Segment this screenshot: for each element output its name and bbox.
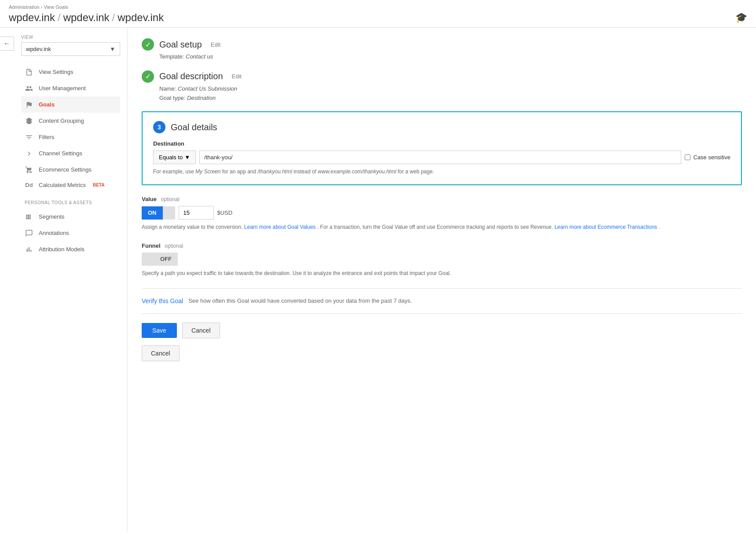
goal-setup-meta: Template: Contact us xyxy=(142,52,742,62)
destination-row: Equals to ▼ Case sensitive xyxy=(153,150,730,164)
main-content: ✓ Goal setup Edit Template: Contact us ✓… xyxy=(128,28,756,532)
chevron-down-icon: ▼ xyxy=(110,46,115,52)
funnel-toggle[interactable]: OFF xyxy=(142,253,178,266)
sidebar-item-segments[interactable]: Segments xyxy=(21,209,120,225)
layers-icon xyxy=(25,117,33,125)
site-title: wpdev.ink / wpdev.ink / wpdev.ink 🎓 xyxy=(9,11,747,24)
goal-setup-title: Goal setup xyxy=(159,40,202,50)
sidebar-item-view-settings[interactable]: View Settings xyxy=(21,64,120,80)
personal-section-header: PERSONAL TOOLS & ASSETS xyxy=(25,200,117,205)
divider xyxy=(142,288,742,289)
cancel-bottom-button[interactable]: Cancel xyxy=(142,345,180,361)
sidebar-item-user-management[interactable]: User Management xyxy=(21,80,120,96)
goal-description-edit[interactable]: Edit xyxy=(232,73,242,80)
goal-setup-edit[interactable]: Edit xyxy=(211,41,220,48)
goal-setup-section: ✓ Goal setup Edit Template: Contact us xyxy=(142,38,742,62)
goal-description-title: Goal description xyxy=(159,71,223,81)
goal-values-link[interactable]: Learn more about Goal Values xyxy=(244,224,316,230)
funnel-label: Funnel optional xyxy=(142,242,742,249)
value-toggle[interactable]: ON xyxy=(142,206,175,220)
view-label: VIEW xyxy=(21,35,120,40)
sidebar-back-button[interactable]: ← xyxy=(0,37,14,51)
view-dropdown[interactable]: wpdev.ink ▼ xyxy=(21,42,120,56)
value-section: Value optional ON $USD Assign a monetary… xyxy=(142,196,742,231)
bar-chart-icon xyxy=(25,245,33,253)
step2-check: ✓ xyxy=(142,70,154,83)
case-sensitive-row: Case sensitive xyxy=(685,154,730,161)
goal-description-section: ✓ Goal description Edit Name: Contact Us… xyxy=(142,70,742,103)
channel-icon xyxy=(25,149,33,158)
verify-goal-link[interactable]: Verify this Goal xyxy=(142,297,183,304)
verify-row: Verify this Goal See how often this Goal… xyxy=(142,297,742,304)
top-bar: Administration › View Goals wpdev.ink / … xyxy=(0,0,756,28)
funnel-toggle-row: OFF xyxy=(142,253,742,266)
segments-icon xyxy=(25,213,33,221)
annotations-icon xyxy=(25,229,33,237)
sidebar-item-filters[interactable]: Filters xyxy=(21,129,120,145)
sidebar-item-annotations[interactable]: Annotations xyxy=(21,225,120,241)
cancel-button[interactable]: Cancel xyxy=(182,323,220,338)
destination-hint: For example, use My Screen for an app an… xyxy=(153,168,730,176)
destination-input[interactable] xyxy=(199,150,681,164)
case-sensitive-checkbox[interactable] xyxy=(685,154,690,160)
goal-details-title: Goal details xyxy=(171,122,217,132)
case-sensitive-label: Case sensitive xyxy=(693,154,730,161)
sidebar: ← VIEW wpdev.ink ▼ View Settings User Ma… xyxy=(0,28,128,532)
currency-label: $USD xyxy=(217,209,233,216)
goal-description-meta: Name: Contact Us Submission Goal type: D… xyxy=(142,84,742,103)
action-row: Save Cancel xyxy=(142,323,742,338)
verify-description: See how often this Goal would have conve… xyxy=(188,297,412,304)
value-input[interactable] xyxy=(179,206,214,220)
destination-label: Destination xyxy=(153,140,730,147)
funnel-hint: Specify a path you expect traffic to tak… xyxy=(142,269,742,278)
value-toggle-off-part[interactable] xyxy=(163,206,175,220)
funnel-toggle-off-left[interactable] xyxy=(142,253,154,266)
breadcrumb: Administration › View Goals xyxy=(9,4,747,10)
funnel-toggle-off[interactable]: OFF xyxy=(154,253,178,266)
graduation-icon: 🎓 xyxy=(735,12,747,23)
step1-check: ✓ xyxy=(142,38,154,51)
users-icon xyxy=(25,84,33,92)
ecommerce-transactions-link[interactable]: Learn more about Ecommerce Transactions xyxy=(554,224,657,230)
goal-details-box: 3 Goal details Destination Equals to ▼ C… xyxy=(142,111,742,185)
sidebar-item-channel-settings[interactable]: Channel Settings xyxy=(21,145,120,161)
value-toggle-on[interactable]: ON xyxy=(142,206,163,220)
sidebar-item-content-grouping[interactable]: Content Grouping xyxy=(21,113,120,129)
sidebar-item-ecommerce[interactable]: Ecommerce Settings xyxy=(21,161,120,178)
flag-icon xyxy=(25,100,33,109)
sidebar-item-attribution[interactable]: Attribution Models xyxy=(21,241,120,257)
filter-icon xyxy=(25,133,33,141)
step3-badge: 3 xyxy=(153,121,165,133)
equals-to-button[interactable]: Equals to ▼ xyxy=(153,150,196,164)
dropdown-arrow-icon: ▼ xyxy=(184,154,190,161)
document-icon xyxy=(25,68,33,76)
dd-icon: Dd xyxy=(25,182,33,188)
save-button[interactable]: Save xyxy=(142,323,177,338)
sidebar-item-goals[interactable]: Goals xyxy=(21,96,120,113)
cart-icon xyxy=(25,165,33,174)
divider2 xyxy=(142,313,742,314)
value-label: Value optional xyxy=(142,196,742,202)
value-hint: Assign a monetary value to the conversio… xyxy=(142,223,742,231)
sidebar-item-calculated-metrics[interactable]: Dd Calculated Metrics BETA xyxy=(21,178,120,192)
value-row: ON $USD xyxy=(142,206,742,220)
bottom-cancel-wrapper: Cancel xyxy=(142,345,742,361)
funnel-section: Funnel optional OFF Specify a path you e… xyxy=(142,242,742,278)
